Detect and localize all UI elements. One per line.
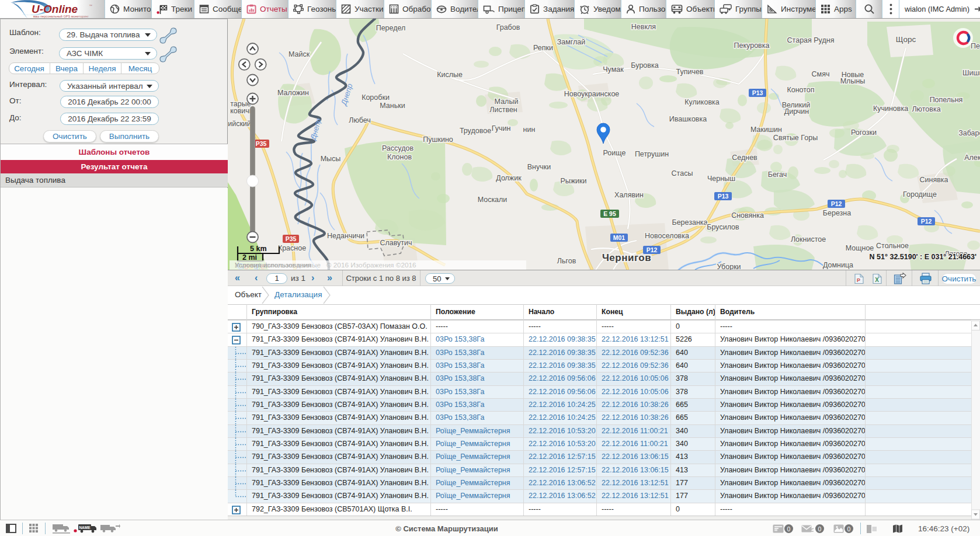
svg-text:Щорс: Щорс — [896, 35, 916, 44]
svg-text:Стольное: Стольное — [876, 242, 909, 250]
svg-text:Мощное: Мощное — [846, 244, 874, 252]
svg-text:Коробки: Коробки — [362, 93, 390, 102]
svg-text:Пушкино: Пушкино — [423, 135, 453, 144]
svg-text:Малый: Малый — [495, 98, 519, 106]
svg-text:Кислые: Кислые — [437, 71, 463, 79]
svg-text:Майск: Майск — [289, 50, 310, 58]
svg-text:X: X — [875, 277, 879, 283]
svg-text:Алексеевка: Алексеевка — [964, 154, 980, 162]
svg-text:Репки: Репки — [533, 44, 553, 52]
svg-text:Р13: Р13 — [718, 193, 729, 200]
svg-text:М01: М01 — [613, 234, 625, 241]
svg-text:Березанка: Березанка — [672, 218, 707, 227]
svg-text:Халявин: Халявин — [614, 191, 644, 199]
svg-text:U-Online: U-Online — [32, 3, 78, 15]
svg-text:NAME: NAME — [79, 525, 91, 530]
svg-text:Р12: Р12 — [831, 200, 842, 207]
svg-text:Чумак: Чумак — [603, 65, 624, 74]
svg-text:Рыжики: Рыжики — [560, 177, 586, 185]
svg-text:P: P — [857, 277, 860, 283]
svg-text:N 51° 32.5190' : E 031° 21.466: N 51° 32.5190' : E 031° 21.4663' — [870, 253, 976, 261]
svg-text:Брусилов: Брусилов — [707, 223, 739, 231]
svg-text:Петрушин: Петрушин — [635, 150, 669, 158]
svg-text:Куликовка: Куликовка — [684, 98, 719, 106]
svg-text:Смяч: Смяч — [812, 70, 830, 78]
svg-text:Р12: Р12 — [921, 218, 932, 225]
svg-text:Любеч: Любеч — [349, 116, 371, 124]
svg-text:Лютовка: Лютовка — [912, 105, 940, 113]
svg-text:Буровка: Буровка — [631, 61, 658, 69]
svg-text:Листвен: Листвен — [489, 106, 517, 114]
svg-text:Седнев: Седнев — [732, 154, 757, 162]
svg-text:Р35: Р35 — [256, 140, 267, 147]
svg-text:Грабов: Грабов — [496, 23, 520, 32]
svg-text:нин: нин — [523, 126, 536, 134]
svg-text:Тупичев: Тупичев — [676, 68, 703, 76]
svg-text:Е 95: Е 95 — [603, 210, 616, 217]
svg-text:Клонов: Клонов — [387, 153, 412, 161]
svg-text:Макишин: Макишин — [750, 126, 782, 134]
svg-text:Шишк: Шишк — [962, 69, 980, 77]
svg-text:Домница: Домница — [823, 261, 853, 269]
svg-text:Пе: Пе — [971, 42, 980, 50]
svg-text:Невкля: Невкля — [631, 23, 656, 31]
svg-text:Москали: Москали — [478, 196, 508, 204]
svg-text:Черныш: Черныш — [707, 175, 735, 183]
svg-text:Мысы: Мысы — [321, 155, 341, 163]
svg-text:Трудовое: Трудовое — [460, 127, 491, 135]
svg-text:Попельня: Попельня — [930, 96, 963, 104]
svg-text:Передел: Передел — [376, 24, 406, 32]
svg-text:Роище: Роище — [603, 149, 626, 157]
svg-text:Новоселовка: Новоселовка — [645, 232, 689, 240]
svg-text:Сновянка: Сновянка — [731, 211, 764, 220]
svg-text:Должик: Должик — [496, 174, 522, 182]
svg-text:Ивашковка: Ивашковка — [669, 115, 707, 123]
svg-text:Гучин: Гучин — [492, 124, 511, 133]
svg-text:Маньки: Маньки — [380, 102, 405, 110]
svg-text:Рассудов: Рассудов — [382, 144, 413, 152]
svg-text:Картографические данные © 20: Картографические данные © 2016 Изображен… — [235, 261, 416, 269]
svg-text:5 km: 5 km — [250, 245, 267, 253]
svg-text:Забаровка: Забаровка — [958, 129, 980, 137]
svg-text:Р35: Р35 — [286, 235, 297, 242]
svg-text:Маложин: Маложин — [277, 89, 309, 97]
svg-text:Городище: Городище — [903, 190, 937, 199]
svg-text:Внучки: Внучки — [527, 163, 551, 171]
svg-text:ковичи: ковичи — [230, 107, 253, 115]
svg-text:Уборки: Уборки — [717, 263, 741, 270]
svg-text:Красное: Красное — [278, 244, 306, 252]
svg-text:Старая Рудня: Старая Рудня — [787, 36, 835, 44]
svg-text:Бегач: Бегач — [768, 170, 787, 179]
svg-text:Локнистое: Локнистое — [791, 235, 826, 243]
svg-text:Новоукраинское: Новоукраинское — [564, 90, 620, 98]
svg-text:Дирчин: Дирчин — [784, 107, 809, 116]
svg-text:ийский: ийский — [228, 120, 251, 128]
svg-text:Березна: Березна — [823, 209, 851, 217]
svg-text:Кучиновка: Кучиновка — [873, 105, 908, 113]
svg-text:Стасы: Стасы — [672, 169, 693, 177]
svg-text:Млыны: Млыны — [840, 77, 866, 85]
svg-text:Рогозки: Рогозки — [851, 128, 877, 137]
svg-text:Славутич: Славутич — [380, 239, 412, 247]
svg-text:Святые Горы: Святые Горы — [773, 134, 818, 142]
svg-text:Пекуровка: Пекуровка — [734, 41, 770, 50]
svg-text:Конотоп: Конотоп — [787, 86, 814, 94]
svg-text:2 mi: 2 mi — [242, 253, 257, 262]
svg-text:Замглай: Замглай — [557, 38, 586, 46]
svg-text:Р13: Р13 — [752, 89, 763, 96]
svg-text:Льгов: Льгов — [557, 257, 576, 265]
svg-text:Чернигов: Чернигов — [602, 252, 651, 263]
svg-text:Неданчичи: Неданчичи — [327, 232, 364, 240]
svg-text:Синявка: Синявка — [919, 176, 948, 184]
